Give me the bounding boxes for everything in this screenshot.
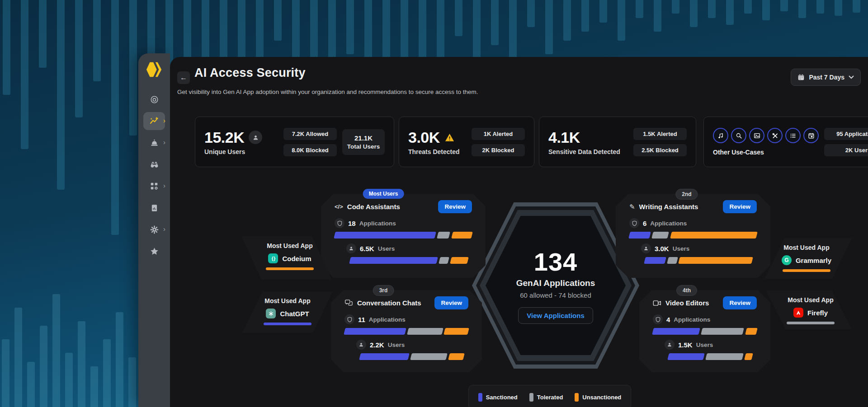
genai-app-label: GenAI Applications: [516, 278, 595, 288]
siren-icon: [150, 138, 159, 148]
users-label: Users: [378, 245, 395, 252]
radar-icon: [150, 95, 159, 104]
apps-bar: [344, 328, 468, 335]
apps-label: Applications: [359, 220, 396, 227]
legend: Sanctioned Tolerated Unsanctioned: [468, 385, 631, 407]
sidebar-nav: › › ›: [143, 90, 165, 260]
time-range-dropdown[interactable]: Past 7 Days: [791, 69, 861, 86]
sidebar-item-reports[interactable]: [143, 199, 165, 217]
app-name: Firefly: [807, 309, 828, 317]
genai-hexagon: 134 GenAI Applications 60 allowed - 74 b…: [472, 202, 639, 369]
most-used-label: Most Used App: [264, 297, 310, 304]
sidebar-item-settings[interactable]: ›: [143, 220, 165, 239]
users-bar: [350, 257, 467, 264]
apps-count: 18: [348, 220, 356, 227]
view-applications-button[interactable]: View Applications: [518, 307, 593, 324]
blocked-pill: 2.5K Blocked: [633, 144, 687, 156]
calendar-icon: [803, 128, 819, 143]
pen-icon: ✎: [629, 203, 635, 211]
warning-icon: [444, 132, 455, 143]
stat-card-threats: 3.0K Threats Detected 1K Alerted 2K Bloc…: [399, 117, 534, 167]
apps-count: 11: [358, 316, 365, 323]
sidebar-item-favorites[interactable]: [143, 242, 165, 260]
users-label: Users: [696, 342, 713, 348]
legend-item-unsanctioned: Unsanctioned: [575, 393, 621, 402]
rank-badge: 4th: [676, 285, 697, 296]
most-used-app-card-codeium: Most Used App { } Codeium: [241, 236, 332, 280]
legend-item-tolerated: Tolerated: [529, 393, 563, 402]
most-used-app-card-chatgpt: Most Used App ChatGPT: [242, 291, 333, 333]
review-button[interactable]: Review: [434, 296, 468, 309]
review-button[interactable]: Review: [438, 200, 472, 213]
binoculars-icon: [150, 160, 159, 169]
app-underline: [264, 323, 311, 325]
shield-icon: [335, 218, 344, 228]
shield-icon: [653, 314, 663, 324]
stat-pills: 95 Applications 2K Users: [824, 128, 868, 156]
sidebar-item-discovery[interactable]: [143, 155, 165, 173]
stat-main: 4.1K Sensitive Data Detected: [548, 129, 620, 155]
sidebar-item-alerts[interactable]: ›: [143, 134, 165, 152]
apps-label: Applications: [650, 220, 687, 227]
rank-badge: 3rd: [373, 285, 394, 296]
sidebar: › › ›: [138, 53, 170, 407]
chat-icon: [344, 299, 353, 307]
stat-pills: 7.2K Allowed 8.0K Blocked: [283, 128, 337, 156]
sidebar-item-applications[interactable]: ›: [143, 177, 165, 195]
total-users-box: 21.1K Total Users: [342, 129, 385, 155]
users-icon: [641, 243, 651, 253]
blocked-pill: 8.0K Blocked: [283, 144, 337, 156]
genai-app-sublabel: 60 allowed - 74 blocked: [520, 291, 591, 299]
checkpoint-logo-icon: [144, 61, 164, 79]
shield-icon: [629, 218, 639, 228]
genai-app-count: 134: [534, 247, 577, 276]
stat-card-other-use-cases: Other Use-Cases 95 Applications 2K Users: [703, 117, 868, 167]
apps-grid-icon: [150, 182, 159, 191]
apps-bar: [335, 232, 472, 239]
chevron-right-icon: ›: [163, 117, 165, 124]
legend-label: Tolerated: [537, 394, 563, 401]
app-name: Codeium: [282, 255, 311, 262]
blocked-pill: 2K Blocked: [472, 144, 525, 156]
sidebar-item-analytics[interactable]: ›: [143, 112, 165, 130]
alerted-pill: 1K Alerted: [472, 128, 525, 140]
chevron-right-icon: ›: [163, 182, 165, 189]
back-button[interactable]: ←: [177, 71, 190, 84]
sidebar-item-overview[interactable]: [143, 90, 165, 108]
unsanctioned-color-chip: [575, 393, 579, 402]
users-label: Users: [388, 342, 405, 348]
shield-icon: [344, 314, 354, 324]
legend-label: Sanctioned: [486, 394, 518, 401]
main-panel: ← AI Access Security Get visibility into…: [170, 57, 868, 407]
gear-icon: [150, 225, 159, 234]
total-value: 21.1K: [345, 134, 382, 142]
most-used-app-card-grammarly: Most Used App G Grammarly: [764, 238, 852, 279]
app-underline: [266, 267, 314, 270]
stat-pills: 1.5K Alerted 2.5K Blocked: [633, 128, 687, 156]
chatgpt-icon: [266, 309, 276, 318]
music-icon: [713, 128, 728, 143]
users-count: 1.5K: [678, 341, 693, 349]
apps-label: Applications: [674, 316, 710, 323]
chevron-right-icon: ›: [163, 138, 165, 146]
total-label: Total Users: [345, 143, 382, 150]
list-icon: [785, 128, 801, 143]
page-title: AI Access Security: [194, 66, 306, 80]
rank-badge: 2nd: [675, 189, 698, 200]
tools-icon: [767, 128, 783, 143]
apps-count: 4: [666, 316, 670, 323]
video-camera-icon: [653, 300, 661, 306]
stat-value: 3.0K: [408, 129, 440, 146]
apps-bar: [629, 232, 757, 239]
firefly-icon: [793, 308, 803, 318]
users-label: Users: [673, 245, 690, 252]
review-button[interactable]: Review: [723, 296, 757, 309]
users-bar: [645, 257, 752, 264]
users-bar: [668, 353, 752, 360]
trend-sparkle-icon: [149, 116, 159, 126]
review-button[interactable]: Review: [723, 200, 757, 213]
stat-value: 4.1K: [548, 129, 580, 146]
chevron-right-icon: ›: [163, 225, 165, 233]
allowed-pill: 7.2K Allowed: [283, 128, 337, 140]
stat-main: Other Use-Cases: [713, 128, 819, 156]
